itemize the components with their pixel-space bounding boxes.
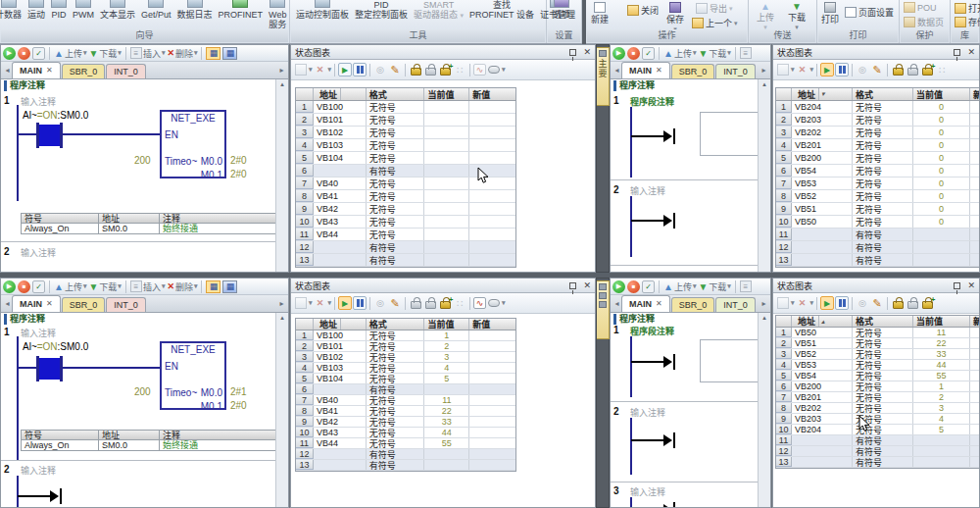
open-branch-arrow[interactable] xyxy=(18,488,65,504)
cell-new-value[interactable] xyxy=(970,446,980,456)
cell-format[interactable]: 无符号 xyxy=(367,363,425,373)
ladder-canvas[interactable]: 程序注释 1 输入注释 Al~=ON:SM0.0 NET_EXE EN Time… xyxy=(1,313,288,507)
stop-button[interactable]: ■ xyxy=(627,280,640,293)
force-all-button[interactable] xyxy=(440,68,451,76)
cell-format[interactable]: 无符号 xyxy=(367,330,425,340)
tab-scroll-right-icon[interactable]: ▸ xyxy=(277,66,286,75)
cell-address[interactable] xyxy=(314,241,367,253)
delete-button[interactable]: ✕删除▾ xyxy=(167,47,197,60)
cell-new-value[interactable] xyxy=(970,403,980,413)
tab-sbr0[interactable]: SBR_0 xyxy=(671,297,715,312)
pause-trend-button[interactable] xyxy=(835,296,849,310)
status-row[interactable]: 12 有符号 xyxy=(296,241,515,254)
tab-int0[interactable]: INT_0 xyxy=(106,64,146,78)
status-row[interactable]: 11 有符号 xyxy=(776,229,980,241)
cell-new-value[interactable] xyxy=(469,374,515,383)
cell-format[interactable]: 无符号 xyxy=(367,417,425,427)
toolbox-tab[interactable] xyxy=(597,280,610,339)
tab-scroll-left-icon[interactable]: ◂ xyxy=(612,66,621,75)
cell-address[interactable] xyxy=(792,446,853,456)
cell-address[interactable]: VB40 xyxy=(314,395,367,405)
upload-button[interactable]: ▲上传▾ xyxy=(54,280,86,293)
cell-new-value[interactable] xyxy=(469,384,515,394)
stop-button[interactable]: ■ xyxy=(627,47,640,60)
netexe-block[interactable]: NET_EXE EN Timeo~ M0.0 M0.1 xyxy=(160,110,226,178)
cell-format[interactable]: 有符号 xyxy=(853,435,913,445)
vertical-scrollbar[interactable]: ▴ xyxy=(758,313,770,507)
cell-address[interactable] xyxy=(792,229,853,240)
open-branch-arrow[interactable] xyxy=(631,213,678,229)
download-button[interactable]: ▼下载▾ xyxy=(88,47,121,60)
cell-new-value[interactable] xyxy=(469,341,515,351)
read-once-icon[interactable]: ◎ xyxy=(856,63,869,76)
status-row[interactable]: 2 VB101 无符号 2 xyxy=(296,341,515,352)
program-status-button[interactable]: ▦ xyxy=(206,280,220,293)
delete-chart-button[interactable]: ✕ xyxy=(796,296,809,310)
cell-format[interactable]: 无符号 xyxy=(853,328,913,337)
status-row[interactable]: 10 VB50 无符号 0 xyxy=(776,216,980,229)
ladder-canvas[interactable]: 程序注释 1 程序段注释 2 输入注释 3 输入注释 ▴ xyxy=(611,313,770,507)
tab-scroll-left-icon[interactable]: ◂ xyxy=(612,299,621,308)
cell-format[interactable]: 无符号 xyxy=(853,152,913,164)
cell-format[interactable]: 无符号 xyxy=(367,178,425,189)
cell-format[interactable]: 有符号 xyxy=(853,254,913,266)
status-row[interactable]: 5 VB104 无符号 5 xyxy=(296,374,515,384)
cell-format[interactable]: 无符号 xyxy=(367,203,425,215)
pin-icon[interactable] xyxy=(954,282,960,289)
tab-scroll-right-icon[interactable]: ▸ xyxy=(760,299,768,308)
cell-format[interactable]: 无符号 xyxy=(853,371,913,381)
cell-format[interactable]: 无符号 xyxy=(853,349,913,359)
ribbon-item-upload[interactable]: ▲上传▾ xyxy=(757,2,774,31)
cell-format[interactable]: 无符号 xyxy=(367,101,425,113)
cell-address[interactable]: VB54 xyxy=(792,371,853,381)
cell-new-value[interactable] xyxy=(970,127,980,138)
cell-format[interactable]: 无符号 xyxy=(367,229,425,240)
status-row[interactable]: 6 VB200 无符号 1 xyxy=(776,381,980,392)
cell-new-value[interactable] xyxy=(469,152,515,164)
unforce-button[interactable] xyxy=(425,68,436,76)
cell-new-value[interactable] xyxy=(970,165,980,177)
cell-format[interactable]: 无符号 xyxy=(853,165,913,177)
chart-status-play-button[interactable]: ▶ xyxy=(338,296,352,310)
status-row[interactable]: 1 VB204 无符号 0 xyxy=(776,101,980,114)
cell-new-value[interactable] xyxy=(469,330,515,340)
cell-new-value[interactable] xyxy=(970,392,980,402)
status-row[interactable]: 10 VB43 无符号 xyxy=(296,216,515,229)
insert-button[interactable]: ≡插入▾ xyxy=(130,47,166,60)
cell-format[interactable]: 无符号 xyxy=(367,190,425,202)
cell-format[interactable]: 无符号 xyxy=(853,101,913,113)
cell-format[interactable]: 无符号 xyxy=(367,216,425,228)
program-status-button[interactable]: ▦ xyxy=(206,47,220,60)
ribbon-item-store-lib[interactable]: 存储 xyxy=(955,16,980,28)
status-row[interactable]: 13 有符号 xyxy=(296,460,515,471)
status-row[interactable]: 12 有符号 xyxy=(296,449,515,460)
close-icon[interactable]: ✕ xyxy=(967,47,975,57)
status-row[interactable]: 8 VB41 无符号 22 xyxy=(296,406,515,417)
cell-new-value[interactable] xyxy=(970,152,980,164)
cell-format[interactable]: 无符号 xyxy=(853,216,913,228)
status-row[interactable]: 9 VB42 无符号 33 xyxy=(296,417,515,428)
cell-new-value[interactable] xyxy=(970,371,980,381)
cell-new-value[interactable] xyxy=(970,203,980,215)
insert-button[interactable]: ≡ xyxy=(740,47,752,59)
open-branch-arrow[interactable] xyxy=(631,502,678,507)
status-row[interactable]: 3 VB52 无符号 33 xyxy=(776,349,980,360)
tab-scroll-left-icon[interactable]: ◂ xyxy=(3,299,12,308)
ribbon-item-pwm[interactable]: PWM xyxy=(73,0,94,20)
upload-button[interactable]: ▲上传▾ xyxy=(54,47,86,60)
force-all-button[interactable] xyxy=(922,301,933,309)
status-row[interactable]: 13 有符号 xyxy=(776,254,980,267)
cell-new-value[interactable] xyxy=(469,241,515,253)
cell-address[interactable]: VB200 xyxy=(792,152,853,164)
cell-address[interactable] xyxy=(314,384,367,394)
status-row[interactable]: 2 VB203 无符号 0 xyxy=(776,114,980,127)
cell-address[interactable]: VB51 xyxy=(792,338,853,348)
insert-button[interactable]: ≡插入▾ xyxy=(130,280,166,293)
force-button[interactable] xyxy=(411,68,421,76)
tab-int0[interactable]: INT_0 xyxy=(106,297,146,312)
chart-status-play-button[interactable]: ▶ xyxy=(820,296,834,310)
ribbon-item-new[interactable]: 新建 xyxy=(591,2,609,25)
ribbon-item-getput[interactable]: Get/Put xyxy=(141,0,172,20)
cell-new-value[interactable] xyxy=(970,435,980,445)
status-row[interactable]: 10 VB43 无符号 44 xyxy=(296,428,515,438)
